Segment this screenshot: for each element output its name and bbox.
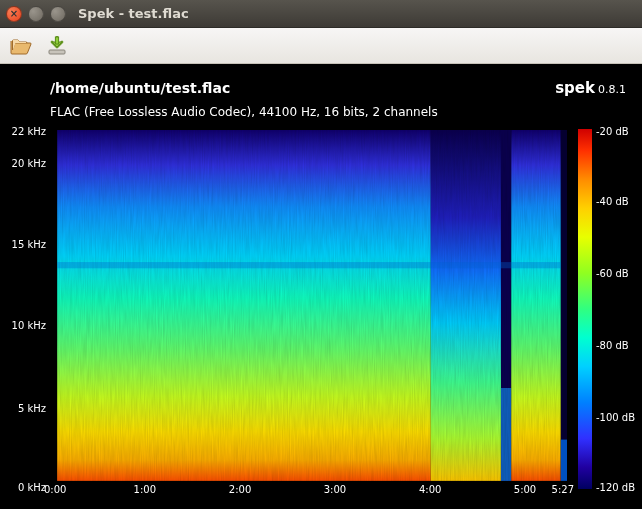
- x-tick: 5:00: [514, 484, 536, 495]
- spectrogram-plot: 22 kHz 20 kHz 15 kHz 10 kHz 5 kHz 0 kHz: [10, 129, 630, 489]
- x-tick: 4:00: [419, 484, 441, 495]
- x-tick: 1:00: [134, 484, 156, 495]
- x-tick: 0:00: [44, 484, 66, 495]
- window-close-button[interactable]: ×: [6, 6, 22, 22]
- svg-rect-2: [51, 130, 57, 481]
- brand-label: spek0.8.1: [555, 78, 626, 97]
- colorbar-gradient: [578, 129, 592, 489]
- colorbar-axis: -20 dB -40 dB -60 dB -80 dB -100 dB -120…: [592, 129, 630, 489]
- x-tick: 2:00: [229, 484, 251, 495]
- window-title: Spek - test.flac: [78, 6, 189, 21]
- x-axis: 0:00 1:00 2:00 3:00 4:00 5:00 5:27: [50, 482, 568, 489]
- svg-rect-0: [49, 50, 65, 54]
- y-tick: 10 kHz: [12, 320, 46, 331]
- svg-rect-8: [561, 130, 567, 481]
- svg-rect-11: [57, 262, 561, 268]
- window-minimize-button[interactable]: [28, 6, 44, 22]
- spectrogram-canvas: [50, 129, 568, 482]
- y-axis: 22 kHz 20 kHz 15 kHz 10 kHz 5 kHz 0 kHz: [10, 129, 50, 489]
- open-file-button[interactable]: [8, 33, 34, 59]
- y-tick: 15 kHz: [12, 239, 46, 250]
- y-tick: 5 kHz: [18, 403, 46, 414]
- colorbar-tick: -120 dB: [596, 482, 635, 493]
- svg-rect-9: [561, 440, 567, 481]
- colorbar-tick: -40 dB: [596, 196, 629, 207]
- y-tick: 22 kHz: [12, 125, 46, 136]
- colorbar-tick: -100 dB: [596, 412, 635, 423]
- app-version: 0.8.1: [598, 83, 626, 96]
- svg-rect-10: [57, 130, 561, 481]
- app-name: spek: [555, 79, 595, 97]
- window-titlebar: × Spek - test.flac: [0, 0, 642, 28]
- colorbar-tick: -60 dB: [596, 268, 629, 279]
- content-area: /home/ubuntu/test.flac spek0.8.1 FLAC (F…: [0, 64, 642, 509]
- x-tick: 3:00: [324, 484, 346, 495]
- colorbar: -20 dB -40 dB -60 dB -80 dB -100 dB -120…: [568, 129, 630, 489]
- colorbar-tick: -20 dB: [596, 125, 629, 136]
- save-image-button[interactable]: [44, 33, 70, 59]
- download-icon: [46, 36, 68, 56]
- format-info: FLAC (Free Lossless Audio Codec), 44100 …: [10, 97, 630, 129]
- folder-open-icon: [10, 36, 32, 56]
- svg-rect-1: [55, 37, 58, 44]
- y-tick: 0 kHz: [18, 482, 46, 493]
- toolbar: [0, 28, 642, 64]
- x-tick: 5:27: [552, 484, 574, 495]
- window-maximize-button[interactable]: [50, 6, 66, 22]
- y-tick: 20 kHz: [12, 158, 46, 169]
- file-path: /home/ubuntu/test.flac: [50, 80, 230, 96]
- colorbar-tick: -80 dB: [596, 340, 629, 351]
